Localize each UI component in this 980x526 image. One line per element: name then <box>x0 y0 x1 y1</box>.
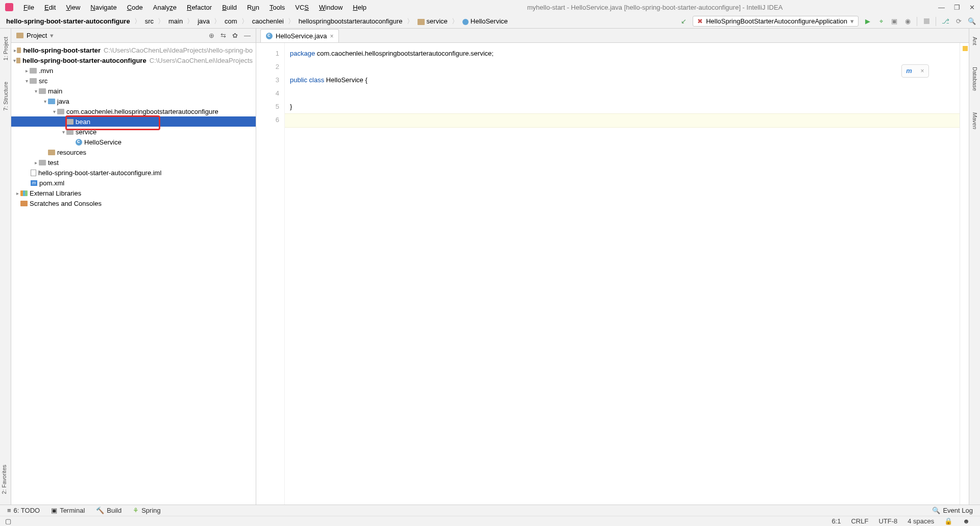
tree-scratches[interactable]: Scratches and Consoles <box>11 198 256 208</box>
caret-position[interactable]: 6:1 <box>826 517 846 525</box>
menu-file[interactable]: File <box>18 2 39 13</box>
menu-tools[interactable]: Tools <box>264 2 290 13</box>
close-tab-icon[interactable]: × <box>330 33 333 40</box>
menu-vcs[interactable]: VCS <box>290 2 314 13</box>
search-icon[interactable]: 🔍 <box>968 17 976 26</box>
indent-info[interactable]: 4 spaces <box>902 517 939 525</box>
crumb-class[interactable]: HelloService <box>460 16 510 26</box>
tw-terminal[interactable]: ▣Terminal <box>51 507 85 514</box>
tab-database[interactable]: Database <box>971 64 979 94</box>
crumb-caochenlei[interactable]: caochenlei <box>250 16 286 26</box>
tw-build[interactable]: 🔨Build <box>96 507 121 514</box>
crumb-service[interactable]: service <box>415 16 450 26</box>
tree-service[interactable]: ▾service <box>11 127 256 137</box>
menu-edit[interactable]: Edit <box>39 2 61 13</box>
project-view-selector[interactable]: Project ▾ <box>16 32 54 39</box>
left-bottom-tab: 2: Favorites <box>0 462 11 498</box>
menubar: File Edit View Navigate Code Analyze Ref… <box>18 2 372 13</box>
menu-view[interactable]: View <box>61 2 85 13</box>
coverage-button[interactable]: ▣ <box>890 17 898 26</box>
menu-navigate[interactable]: Navigate <box>85 2 121 13</box>
minimize-button[interactable]: — <box>938 4 945 11</box>
tree-pom[interactable]: mpom.xml <box>11 178 256 188</box>
git-icon[interactable]: ⎇ <box>941 17 949 26</box>
tab-project[interactable]: 1: Project <box>2 34 10 63</box>
lock-icon[interactable]: 🔒 <box>939 517 958 525</box>
menu-window[interactable]: Window <box>314 2 348 13</box>
menu-refactor[interactable]: Refactor <box>182 2 217 13</box>
gear-icon[interactable]: ✿ <box>232 32 238 39</box>
menu-run[interactable]: Run <box>242 2 264 13</box>
tree-test[interactable]: ▸test <box>11 157 256 168</box>
tab-maven[interactable]: Maven <box>971 109 979 132</box>
menu-help[interactable]: Help <box>348 2 372 13</box>
file-encoding[interactable]: UTF-8 <box>873 517 902 525</box>
locate-icon[interactable]: ⊕ <box>209 32 214 39</box>
collapse-icon[interactable]: ⇆ <box>220 32 226 39</box>
menu-build[interactable]: Build <box>217 2 242 13</box>
tab-structure[interactable]: 7: Structure <box>2 79 10 114</box>
tree-external[interactable]: ▸External Libraries <box>11 188 256 198</box>
tree-java[interactable]: ▾java <box>11 96 256 106</box>
editor-tab-helloservice[interactable]: HelloService.java × <box>260 29 339 42</box>
editor-area: HelloService.java × 1 2 3 4 5 6 package … <box>256 29 969 505</box>
tab-favorites[interactable]: 2: Favorites <box>0 462 8 497</box>
crumb-src[interactable]: src <box>143 16 156 26</box>
chevron-down-icon: ▾ <box>50 32 54 39</box>
tree-helloservice[interactable]: HelloService <box>11 137 256 147</box>
tree-iml[interactable]: hello-spring-boot-starter-autoconfigure.… <box>11 168 256 178</box>
line-separator[interactable]: CRLF <box>846 517 873 525</box>
menu-code[interactable]: Code <box>122 2 148 13</box>
editor-tabs: HelloService.java × <box>256 29 969 43</box>
tab-ant[interactable]: Ant <box>971 34 979 49</box>
close-icon[interactable]: × <box>921 64 924 78</box>
tree-package[interactable]: ▾com.caochenlei.hellospringbootstarterau… <box>11 106 256 116</box>
code-content[interactable]: package com.caochenlei.hellospringbootst… <box>285 43 960 505</box>
tree-bean[interactable]: bean <box>11 116 256 127</box>
build-icon[interactable]: ↙ <box>679 17 688 26</box>
tree-main[interactable]: ▾main <box>11 86 256 96</box>
tw-eventlog[interactable]: 🔍Event Log <box>932 507 973 514</box>
tree-module1[interactable]: ▸hello-spring-boot-starterC:\Users\CaoCh… <box>11 45 256 55</box>
navigation-bar: hello-spring-boot-starter-autoconfigure〉… <box>0 14 980 29</box>
editor-tab-label: HelloService.java <box>276 32 327 40</box>
maximize-button[interactable]: ❐ <box>954 4 960 11</box>
stop-button[interactable] <box>922 17 930 26</box>
line-gutter: 1 2 3 4 5 6 <box>256 43 285 505</box>
project-panel-header: Project ▾ ⊕ ⇆ ✿ — <box>11 29 256 43</box>
run-button[interactable]: ▶ <box>864 17 872 26</box>
tree-src[interactable]: ▾src <box>11 76 256 86</box>
titlebar: File Edit View Navigate Code Analyze Ref… <box>0 0 980 14</box>
status-menu-icon[interactable]: ▢ <box>5 517 11 525</box>
crumb-com[interactable]: com <box>223 16 239 26</box>
project-tree[interactable]: ▸hello-spring-boot-starterC:\Users\CaoCh… <box>11 43 256 210</box>
run-config-selector[interactable]: ✖ HelloSpringBootStarterAutoconfigureApp… <box>693 16 859 27</box>
tw-spring[interactable]: ⚘Spring <box>133 507 161 514</box>
right-toolwindow-bar: Ant Database Maven <box>969 29 980 505</box>
memory-indicator[interactable]: ☻ <box>958 517 975 525</box>
warning-marker[interactable] <box>963 46 968 51</box>
crumb-module[interactable]: hello-spring-boot-starter-autoconfigure <box>4 16 132 26</box>
close-button[interactable]: ✕ <box>969 4 975 11</box>
code-editor[interactable]: 1 2 3 4 5 6 package com.caochenlei.hello… <box>256 43 969 505</box>
chevron-down-icon: ▾ <box>850 17 854 25</box>
run-config-label: HelloSpringBootStarterAutoconfigureAppli… <box>706 17 847 25</box>
hide-icon[interactable]: — <box>244 32 251 39</box>
inspection-widget[interactable]: m × <box>901 64 929 78</box>
window-title: myhello-start - HelloService.java [hello… <box>372 4 938 11</box>
menu-analyze[interactable]: Analyze <box>148 2 182 13</box>
tree-resources[interactable]: resources <box>11 147 256 157</box>
tree-module2[interactable]: ▾hello-spring-boot-starter-autoconfigure… <box>11 55 256 65</box>
toolbar-right: ↙ ✖ HelloSpringBootStarterAutoconfigureA… <box>679 16 976 27</box>
debug-button[interactable]: ⌖ <box>877 17 885 26</box>
tree-mvn[interactable]: ▸.mvn <box>11 65 256 76</box>
class-icon <box>266 33 273 39</box>
tw-todo[interactable]: ≡6: TODO <box>7 507 40 514</box>
profile-button[interactable]: ◉ <box>903 17 912 26</box>
crumb-java[interactable]: java <box>195 16 212 26</box>
crumb-main[interactable]: main <box>166 16 185 26</box>
project-title: Project <box>27 32 47 39</box>
breadcrumbs: hello-spring-boot-starter-autoconfigure〉… <box>4 16 510 26</box>
crumb-pkg[interactable]: hellospringbootstarterautoconfigure <box>297 16 405 26</box>
update-icon[interactable]: ⟳ <box>954 17 963 26</box>
